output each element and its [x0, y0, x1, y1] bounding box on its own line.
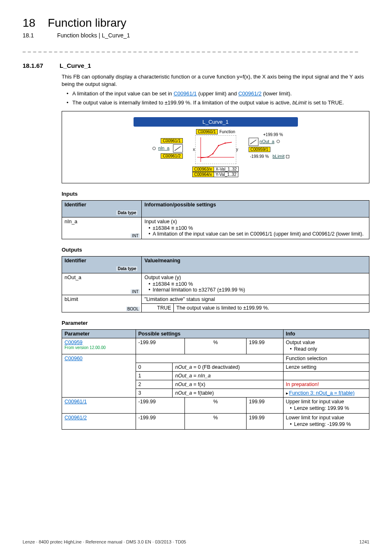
chip-out: C00959/1	[249, 147, 270, 152]
blimit-label: bLimit	[272, 154, 284, 159]
page-header: 18 Function library	[23, 16, 369, 30]
triangle-icon: ▸	[286, 391, 288, 396]
limiter-icon	[173, 144, 183, 153]
chip-xval-l: C00963/x	[192, 166, 214, 172]
param-min: -199.99	[136, 398, 185, 414]
y-label: y	[236, 147, 238, 152]
param-info: Upper limit for input value	[286, 399, 367, 405]
page-footer: Lenze · 8400 protec HighLine · Reference…	[23, 539, 369, 544]
diagram-frame: L_Curve_1 C00961/1 nIn_a C00961/2 C00960…	[62, 111, 369, 183]
chip-yval-l: C00964/x	[192, 172, 214, 177]
opt-info: Lenze setting	[283, 363, 369, 372]
text: (lower limit).	[261, 90, 292, 97]
col-datatype: Data type	[116, 266, 137, 271]
opt-num: 3	[136, 389, 173, 398]
opt-desc: = f(x)	[192, 382, 205, 387]
link-c00961-1[interactable]: C00961/1	[173, 90, 196, 97]
param-unit: %	[185, 398, 247, 414]
table-row: nIn_a INT Input value (x) ±16384 ≡ ±100 …	[62, 217, 369, 239]
func-label: Function	[219, 130, 235, 134]
intro-bullet-1: A limitation of the input value can be s…	[67, 90, 369, 97]
col-datatype: Data type	[116, 210, 137, 215]
param-info: Lower limit for input value	[286, 415, 367, 421]
in-label: nIn_a	[158, 146, 170, 150]
table-row: C00960 Function selection	[62, 354, 369, 363]
output-type: INT	[131, 289, 140, 294]
opt-var2: nIn_a	[198, 373, 211, 379]
diagram: L_Curve_1 C00961/1 nIn_a C00961/2 C00960…	[134, 117, 298, 177]
col-possible-settings: Possible settings	[136, 330, 283, 338]
text: A limitation of the input value can be s…	[72, 90, 173, 97]
opt-desc: = f(table)	[192, 390, 214, 396]
param-max: 199.99	[246, 398, 283, 414]
chapter-title: Function library	[48, 16, 126, 30]
port-icon	[152, 147, 156, 150]
col-parameter: Parameter	[62, 330, 136, 338]
diagram-right: +199.99 % nOut_a C00959/1 -199.99 % bLim…	[249, 129, 298, 159]
param-subtext: From version 12.00.00	[65, 345, 133, 350]
table-row: C00961/2 -199.99 % 199.99 Lower limit fo…	[62, 414, 369, 430]
opt-var: nOut_a	[175, 390, 192, 396]
input-desc-b2: A limitation of the input value can be s…	[148, 231, 367, 237]
param-max: 199.99	[246, 338, 283, 354]
output-desc: "Limitation active" status signal	[142, 295, 369, 304]
svg-point-1	[212, 153, 213, 155]
param-unit: %	[185, 338, 247, 354]
col-value: Value/meaning	[142, 257, 369, 273]
section-number: 18.1.67	[23, 62, 47, 69]
param-link-c00959[interactable]: C00959	[65, 340, 83, 345]
out-label: nOut_a	[260, 139, 274, 144]
opt-desc: =	[192, 373, 198, 379]
link-c00961-2[interactable]: C00961/2	[238, 90, 261, 97]
diagram-mid: C00960/1 Function x y C00963/xX-Val_1..3…	[183, 129, 249, 177]
col-identifier: Identifier	[65, 202, 86, 208]
opt-info-link[interactable]: Function 3: nOut_a = f(table)	[289, 390, 355, 396]
table-row: C00961/1 -199.99 % 199.99 Upper limit fo…	[62, 398, 369, 414]
intro-paragraph: This FB can optionally display a charact…	[62, 73, 369, 88]
param-info-b1: Read only	[290, 346, 367, 352]
input-id: nIn_a	[65, 219, 77, 224]
chip-lim-top: C00961/1	[161, 138, 182, 143]
svg-point-3	[224, 143, 226, 144]
param-link-c00960[interactable]: C00960	[65, 356, 83, 361]
footer-page-number: 1241	[360, 539, 369, 544]
col-info: Info	[283, 330, 369, 338]
page-subheader: 18.1 Function blocks | L_Curve_1	[23, 32, 369, 39]
param-unit: %	[185, 414, 247, 430]
input-desc: Input value (x)	[144, 219, 367, 224]
chip-xval-r: X-Val_1..32	[214, 166, 239, 172]
svg-point-2	[218, 145, 219, 146]
param-link-c00961-2[interactable]: C00961/2	[65, 415, 87, 421]
param-link-c00961-1[interactable]: C00961/1	[65, 399, 87, 405]
footer-left: Lenze · 8400 protec HighLine · Reference…	[23, 539, 186, 544]
outputs-heading: Outputs	[62, 247, 369, 253]
inputs-heading: Inputs	[62, 191, 369, 197]
diagram-left: C00961/1 nIn_a C00961/2	[134, 129, 183, 159]
param-max: 199.99	[246, 414, 283, 430]
chip-yval-r: Y-Val_1..32	[214, 172, 239, 177]
table-row: C00959 From version 12.00.00 -199.99 % 1…	[62, 338, 369, 354]
opt-var: nOut_a	[175, 382, 192, 387]
plus-label: +199.99 %	[263, 132, 298, 137]
opt-num: 1	[136, 372, 173, 380]
parameter-table: Parameter Possible settings Info C00959 …	[62, 329, 369, 430]
minus-label: -199.99 %	[250, 154, 269, 159]
output-type: BOOL	[126, 307, 140, 311]
section-heading: 18.1.67 L_Curve_1	[23, 62, 369, 69]
xy-chips: C00963/xX-Val_1..32 C00964/xY-Val_1..32	[192, 166, 239, 177]
x-label: x	[193, 147, 195, 152]
text-italic: bLimit	[292, 99, 307, 106]
section-title: L_Curve_1	[60, 62, 91, 69]
parameter-heading: Parameter	[62, 320, 369, 326]
opt-desc: = 0 (FB deactivated)	[192, 364, 240, 370]
opt-num: 0	[136, 363, 173, 372]
port-icon	[277, 140, 280, 143]
diagram-title: L_Curve_1	[134, 117, 298, 127]
port-square-icon	[286, 155, 289, 158]
col-info: Information/possible settings	[142, 201, 369, 217]
sub-title: Function blocks | L_Curve_1	[57, 32, 130, 39]
param-info: Output value	[286, 340, 367, 345]
input-desc-b1: ±16384 ≡ ±100 %	[148, 225, 367, 231]
true-label: TRUE	[142, 304, 173, 312]
chip-lim-bot: C00961/2	[161, 153, 182, 159]
